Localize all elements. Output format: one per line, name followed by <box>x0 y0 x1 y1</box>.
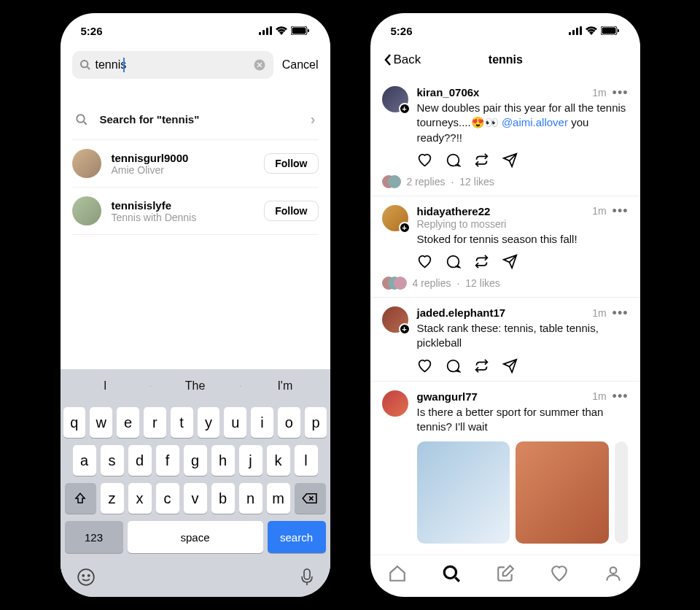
follow-plus-icon[interactable]: + <box>399 222 411 233</box>
post-meta[interactable]: 4 replies · 12 likes <box>382 277 629 290</box>
key-h[interactable]: h <box>211 445 235 476</box>
cancel-button[interactable]: Cancel <box>282 58 319 72</box>
comment-icon[interactable] <box>446 152 461 168</box>
avatar[interactable]: + <box>382 86 408 112</box>
key-v[interactable]: v <box>184 483 207 514</box>
search-icon[interactable] <box>442 564 461 583</box>
mention-link[interactable]: @aimi.allover <box>502 116 568 128</box>
key-space[interactable]: space <box>128 521 263 553</box>
key-q[interactable]: q <box>63 407 86 438</box>
mic-icon[interactable] <box>300 568 314 591</box>
key-l[interactable]: l <box>295 445 318 476</box>
post-images[interactable] <box>417 441 629 544</box>
key-k[interactable]: k <box>267 445 290 476</box>
key-f[interactable]: f <box>156 445 179 476</box>
key-123[interactable]: 123 <box>65 521 123 553</box>
replies-count[interactable]: 4 replies <box>413 277 451 289</box>
post-username[interactable]: gwangurl77 <box>417 390 478 403</box>
clear-icon[interactable] <box>253 58 266 72</box>
post-image[interactable] <box>516 441 609 544</box>
key-m[interactable]: m <box>267 483 290 514</box>
share-icon[interactable] <box>502 152 518 168</box>
key-backspace[interactable] <box>295 483 326 514</box>
heart-icon[interactable] <box>550 564 569 583</box>
more-icon[interactable]: ••• <box>612 309 629 317</box>
key-o[interactable]: o <box>278 407 300 438</box>
key-r[interactable]: r <box>144 407 166 438</box>
post-image[interactable] <box>417 441 510 544</box>
svg-rect-18 <box>576 28 578 35</box>
user-result-row[interactable]: tennisgurl9000 Amie Oliver Follow <box>61 140 330 187</box>
key-g[interactable]: g <box>184 445 207 476</box>
key-y[interactable]: y <box>198 407 220 438</box>
more-icon[interactable]: ••• <box>612 393 629 400</box>
key-i[interactable]: i <box>251 407 273 438</box>
svg-line-24 <box>455 577 459 581</box>
share-icon[interactable] <box>502 358 518 374</box>
follow-button[interactable]: Follow <box>264 201 318 221</box>
follow-plus-icon[interactable]: + <box>399 323 411 335</box>
key-c[interactable]: c <box>156 483 179 514</box>
key-s[interactable]: s <box>101 445 124 476</box>
search-input-box[interactable]: tennis <box>72 51 273 79</box>
post[interactable]: gwangurl77 1m ••• Is there a better spor… <box>370 382 640 552</box>
key-j[interactable]: j <box>239 445 262 476</box>
comment-icon[interactable] <box>446 254 461 269</box>
svg-point-7 <box>81 61 88 67</box>
more-icon[interactable]: ••• <box>612 89 629 96</box>
repost-icon[interactable] <box>474 254 489 269</box>
key-e[interactable]: e <box>117 407 139 438</box>
repost-icon[interactable] <box>474 152 489 168</box>
key-x[interactable]: x <box>128 483 152 514</box>
suggestion[interactable]: I'm <box>240 379 330 393</box>
home-icon[interactable] <box>388 564 407 583</box>
post[interactable]: + hidayathere22 1m ••• Replying to mosse… <box>370 196 640 298</box>
key-w[interactable]: w <box>90 407 112 438</box>
suggestion[interactable]: The <box>150 379 240 393</box>
key-t[interactable]: t <box>171 407 193 438</box>
like-icon[interactable] <box>417 254 432 269</box>
search-for-row[interactable]: Search for "tennis" › <box>61 99 330 139</box>
avatar[interactable]: + <box>382 205 408 231</box>
post[interactable]: + kiran_0706x 1m ••• New doubles pair th… <box>370 77 640 196</box>
key-d[interactable]: d <box>128 445 152 476</box>
like-icon[interactable] <box>417 152 432 168</box>
avatar[interactable] <box>382 390 408 417</box>
key-p[interactable]: p <box>305 407 327 438</box>
likes-count[interactable]: 12 likes <box>465 277 499 289</box>
key-a[interactable]: a <box>73 445 96 476</box>
like-icon[interactable] <box>417 358 432 374</box>
share-icon[interactable] <box>502 254 518 269</box>
post[interactable]: + jaded.elephant17 1m ••• Stack rank the… <box>370 298 640 382</box>
key-n[interactable]: n <box>239 483 262 514</box>
suggestion[interactable]: I <box>61 379 150 393</box>
emoji-icon[interactable] <box>77 568 96 591</box>
compose-icon[interactable] <box>496 564 515 583</box>
chevron-right-icon: › <box>311 111 316 128</box>
key-search[interactable]: search <box>268 521 326 553</box>
post-username[interactable]: jaded.elephant17 <box>417 306 506 319</box>
phone-feed-screen: 5:26 Back tennis + kiran_0706x 1m ••• <box>370 13 640 597</box>
user-result-row[interactable]: tennisislyfe Tennis with Dennis Follow <box>61 188 330 234</box>
repost-icon[interactable] <box>474 358 489 374</box>
feed-body[interactable]: + kiran_0706x 1m ••• New doubles pair th… <box>370 77 640 555</box>
more-icon[interactable]: ••• <box>612 207 629 215</box>
status-bar: 5:26 <box>370 13 640 48</box>
replies-count[interactable]: 2 replies <box>407 176 446 188</box>
key-z[interactable]: z <box>101 483 124 514</box>
follow-button[interactable]: Follow <box>264 153 318 174</box>
follow-plus-icon[interactable]: + <box>399 103 411 115</box>
keyboard[interactable]: I The I'm q w e r t y u i o p a s d f <box>61 369 330 597</box>
comment-icon[interactable] <box>446 358 461 374</box>
post-username[interactable]: hidayathere22 <box>417 205 491 217</box>
post-username[interactable]: kiran_0706x <box>417 86 480 99</box>
key-b[interactable]: b <box>211 483 235 514</box>
post-image[interactable] <box>615 441 629 544</box>
profile-icon[interactable] <box>604 564 623 583</box>
likes-count[interactable]: 12 likes <box>459 176 494 188</box>
replying-to[interactable]: Replying to mosseri <box>417 218 629 230</box>
key-u[interactable]: u <box>224 407 246 438</box>
post-meta[interactable]: 2 replies · 12 likes <box>382 175 629 188</box>
avatar[interactable]: + <box>382 306 408 333</box>
key-shift[interactable] <box>65 483 96 514</box>
